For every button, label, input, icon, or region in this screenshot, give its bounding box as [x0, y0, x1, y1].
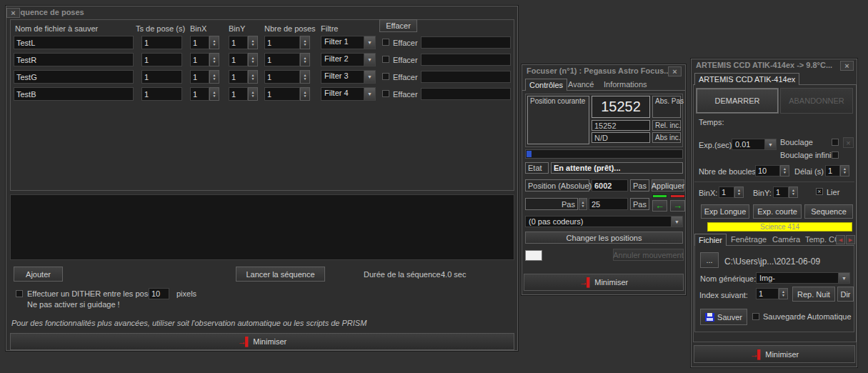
- change-positions-button[interactable]: Changer les positions: [525, 232, 683, 244]
- filename-input[interactable]: [14, 36, 134, 49]
- binx-stepper[interactable]: ▲▼: [734, 186, 744, 198]
- filter-select[interactable]: Filter 2 ▼: [321, 53, 376, 66]
- tab-controles[interactable]: Contrôles: [525, 79, 567, 91]
- biny-input[interactable]: [229, 87, 248, 101]
- count-stepper[interactable]: ▲▼: [300, 70, 310, 84]
- biny-input[interactable]: [229, 53, 248, 66]
- biny-stepper[interactable]: ▲▼: [248, 36, 258, 49]
- rel-step-stepper[interactable]: ▲▼: [579, 198, 587, 210]
- tab-informations[interactable]: Informations: [600, 79, 651, 91]
- dither-pixels-input[interactable]: [149, 288, 169, 299]
- filter-select[interactable]: Filter 1 ▼: [321, 36, 376, 49]
- biny-stepper[interactable]: ▲▼: [789, 186, 798, 198]
- camera-close-icon[interactable]: ×: [840, 61, 854, 71]
- tab-scroll-left-button[interactable]: ◀: [836, 235, 845, 244]
- count-stepper[interactable]: ▲▼: [300, 36, 310, 49]
- next-index-stepper[interactable]: ▲▼: [779, 288, 788, 299]
- add-row-button[interactable]: Ajouter: [14, 267, 63, 282]
- tab-avance[interactable]: Avancé: [564, 79, 598, 91]
- tab-scroll-right-button[interactable]: ▶: [846, 235, 855, 244]
- move-out-button[interactable]: →: [670, 200, 685, 212]
- rel-inc-value-box: 15252: [592, 120, 650, 131]
- filename-input[interactable]: [14, 70, 134, 84]
- sequence-button[interactable]: Sequence: [804, 204, 853, 219]
- short-exposure-button[interactable]: Exp. courte: [753, 204, 802, 219]
- rel-step-input[interactable]: [589, 198, 628, 210]
- count-stepper[interactable]: ▲▼: [300, 53, 310, 66]
- browse-button[interactable]: ...: [700, 252, 719, 268]
- abs-position-input[interactable]: [592, 179, 628, 192]
- dither-checkbox[interactable]: [16, 290, 23, 297]
- count-input[interactable]: [264, 87, 300, 101]
- abort-button[interactable]: ABANDONNER: [780, 88, 853, 114]
- focuser-close-icon[interactable]: ×: [668, 66, 682, 76]
- camera-minimize-button[interactable]: →▌ Minimiser: [694, 345, 855, 363]
- night-folder-button[interactable]: Rep. Nuit: [792, 287, 835, 302]
- filter-select[interactable]: Filter 3 ▼: [321, 70, 376, 84]
- clear-row-checkbox[interactable]: [382, 39, 389, 46]
- binx-input[interactable]: [190, 53, 209, 66]
- start-sequence-button[interactable]: Lancer la séquence: [236, 267, 325, 282]
- generic-name-select[interactable]: Img- ▼: [756, 272, 850, 284]
- link-bin-checkbox[interactable]: ×: [816, 188, 823, 195]
- autosave-checkbox[interactable]: [752, 313, 759, 320]
- loop-cancel-button[interactable]: ×: [843, 137, 854, 148]
- exposure-input[interactable]: [141, 53, 182, 66]
- delay-stepper[interactable]: ▲▼: [840, 165, 849, 176]
- clear-row-checkbox[interactable]: [382, 90, 389, 97]
- count-input[interactable]: [264, 36, 300, 49]
- clear-row-checkbox[interactable]: [382, 56, 389, 63]
- count-stepper[interactable]: ▲▼: [300, 87, 310, 101]
- count-input[interactable]: [264, 53, 300, 66]
- tab-device[interactable]: ARTEMIS CCD ATIK-414ex: [694, 73, 799, 85]
- exposure-input[interactable]: [141, 70, 182, 84]
- count-input[interactable]: [264, 70, 300, 84]
- binx-input[interactable]: [190, 36, 209, 49]
- dir-button[interactable]: Dir: [837, 287, 854, 302]
- loop-infinite-checkbox[interactable]: [832, 151, 839, 159]
- biny-input[interactable]: [773, 186, 789, 198]
- loop-count-stepper[interactable]: ▲▼: [780, 165, 789, 176]
- exposure-select[interactable]: 0.01 ▼: [732, 139, 777, 150]
- sequence-close-icon[interactable]: ×: [6, 8, 20, 18]
- filter-select-value: Filter 2: [324, 54, 349, 63]
- biny-input[interactable]: [229, 36, 248, 49]
- loop-count-input[interactable]: [755, 165, 780, 176]
- binx-stepper[interactable]: ▲▼: [209, 70, 219, 84]
- binx-input[interactable]: [190, 70, 209, 84]
- binx-input[interactable]: [190, 87, 209, 101]
- binx-stepper[interactable]: ▲▼: [209, 87, 219, 101]
- exposure-input[interactable]: [141, 36, 182, 49]
- tab-fenetrage[interactable]: Fenêtrage: [727, 234, 770, 246]
- filename-input[interactable]: [14, 53, 134, 66]
- cancel-move-button[interactable]: Annuler mouvement: [613, 249, 684, 261]
- down-icon: ▼: [304, 94, 307, 98]
- delay-input[interactable]: [825, 165, 840, 176]
- exposure-input[interactable]: [141, 87, 182, 101]
- focuser-minimize-button[interactable]: →▌ Minimiser: [524, 274, 684, 291]
- biny-stepper[interactable]: ▲▼: [248, 70, 258, 84]
- biny-stepper[interactable]: ▲▼: [248, 87, 258, 101]
- filename-input[interactable]: [14, 87, 134, 101]
- binx-input[interactable]: [719, 186, 734, 198]
- binx-stepper[interactable]: ▲▼: [209, 36, 219, 49]
- move-in-button[interactable]: ←: [652, 200, 667, 212]
- tab-camera[interactable]: Caméra: [769, 234, 804, 246]
- sequence-minimize-button[interactable]: →▌ Minimiser: [10, 333, 514, 350]
- save-button[interactable]: Sauver: [700, 309, 747, 325]
- loop-checkbox[interactable]: [832, 139, 839, 146]
- autosave-label: Sauvegarde Automatique: [763, 312, 852, 321]
- next-index-input[interactable]: [756, 288, 779, 299]
- tab-fichier[interactable]: Fichier: [694, 234, 727, 246]
- apply-button[interactable]: Appliquer: [652, 179, 684, 192]
- long-exposure-button[interactable]: Exp Longue: [701, 204, 749, 219]
- start-button[interactable]: DEMARRER: [696, 88, 779, 114]
- biny-stepper[interactable]: ▲▼: [248, 53, 258, 66]
- filter-select[interactable]: Filter 4 ▼: [321, 87, 376, 101]
- clear-row-checkbox[interactable]: [382, 73, 389, 80]
- biny-input[interactable]: [229, 70, 248, 84]
- binx-stepper[interactable]: ▲▼: [209, 53, 219, 66]
- tab-temp-ccd[interactable]: Temp. CCI: [802, 234, 836, 246]
- clear-all-button[interactable]: Effacer: [379, 19, 417, 32]
- encoder-select[interactable]: (0 pas codeurs) ▼: [525, 216, 683, 227]
